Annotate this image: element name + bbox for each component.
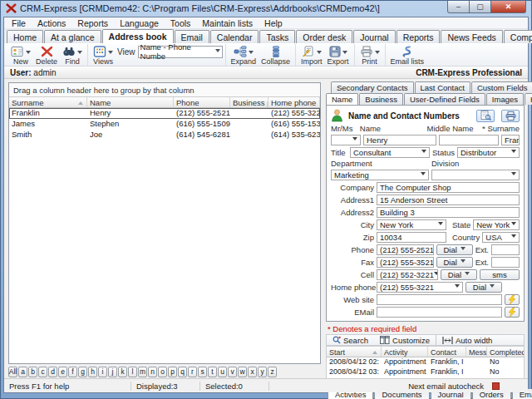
import-button[interactable]: Import xyxy=(298,44,325,66)
alpha-button[interactable]: m xyxy=(138,367,147,377)
phone-ext-field[interactable] xyxy=(491,244,520,255)
email-field[interactable] xyxy=(377,307,502,318)
group-by-hint[interactable]: Drag a column header here to group by th… xyxy=(9,83,320,96)
cell-field[interactable]: (212) 552-3221 xyxy=(377,269,438,280)
detail-tab[interactable]: Secondary Contacts xyxy=(331,81,414,93)
module-tab[interactable]: Calendar xyxy=(210,30,259,43)
country-select[interactable]: USA xyxy=(482,232,520,243)
alpha-button[interactable]: j xyxy=(108,367,117,377)
module-tab[interactable]: Home xyxy=(7,30,43,43)
sms-button[interactable]: sms xyxy=(480,269,520,280)
middle-name-field[interactable] xyxy=(439,135,499,145)
detail-tab[interactable]: Name xyxy=(326,93,358,105)
dial-phone-button[interactable]: Dial xyxy=(436,244,473,255)
alpha-button[interactable]: v xyxy=(228,367,237,377)
delete-button[interactable]: Delete xyxy=(33,44,60,66)
export-button[interactable]: Export xyxy=(325,44,352,66)
name-field[interactable]: Henry xyxy=(363,135,436,145)
send-email-button[interactable] xyxy=(505,307,520,318)
table-row[interactable]: Franklin Henry (212) 555-2521 (212) 555-… xyxy=(9,108,320,119)
zip-field[interactable]: 10034 xyxy=(377,232,446,243)
alpha-button[interactable]: u xyxy=(218,367,227,377)
alpha-button[interactable]: i xyxy=(98,367,107,377)
column-header-business-phone[interactable]: Business phone xyxy=(230,97,268,107)
alpha-button[interactable]: p xyxy=(168,367,177,377)
module-tab[interactable]: At a glance xyxy=(44,30,101,43)
alpha-button[interactable]: All xyxy=(8,367,17,377)
title-select[interactable]: Consultant xyxy=(350,147,430,158)
alpha-button[interactable]: g xyxy=(78,367,87,377)
preview-button[interactable] xyxy=(476,110,495,122)
state-select[interactable]: New York xyxy=(473,219,520,230)
menu-item[interactable]: Tools xyxy=(165,17,197,29)
table-row[interactable]: James Stephen (616) 555-1509 (616) 555-1… xyxy=(9,119,320,130)
column-header-activity[interactable]: Activity xyxy=(382,347,428,357)
list-item[interactable]: 2008/04/12 02: Appointment Franklin, I N… xyxy=(327,357,524,367)
alpha-button[interactable]: y xyxy=(258,367,267,377)
expand-button[interactable]: Expand xyxy=(229,44,259,66)
alpha-button[interactable]: c xyxy=(38,367,47,377)
city-select[interactable]: New York xyxy=(377,219,446,230)
module-tab[interactable]: Tasks xyxy=(259,30,295,43)
alpha-button[interactable]: b xyxy=(28,367,37,377)
address1-field[interactable]: 15 Anderson Street xyxy=(377,195,520,205)
module-tab[interactable]: Reports xyxy=(397,30,441,43)
views-button[interactable]: Views xyxy=(91,44,116,66)
alpha-button[interactable]: a xyxy=(18,367,27,377)
column-header-phone[interactable]: Phone xyxy=(174,97,230,107)
home-phone-field[interactable]: (212) 555-3221 xyxy=(377,282,463,293)
minimize-button[interactable]: – xyxy=(447,1,470,13)
module-tab[interactable]: News Feeds xyxy=(441,30,502,43)
detail-tab[interactable]: Last Contact xyxy=(415,81,470,93)
maximize-button[interactable]: ▢ xyxy=(470,1,491,13)
auto-width-button[interactable]: Auto width xyxy=(436,335,498,345)
list-item[interactable]: 2008/04/12 03: Appointment Franklin, I N… xyxy=(327,367,524,377)
module-tab[interactable]: Company Library xyxy=(504,30,532,43)
menu-item[interactable]: Reports xyxy=(71,17,114,29)
email-lists-button[interactable]: Email lists xyxy=(388,44,427,66)
menu-item[interactable]: Actions xyxy=(32,17,71,29)
phone-field[interactable]: (212) 555-2521 xyxy=(377,244,434,255)
table-row[interactable]: Smith Joe (614) 545-6281 (614) 535-6231 xyxy=(9,130,320,140)
mrms-select[interactable] xyxy=(331,135,361,145)
alpha-button[interactable]: o xyxy=(158,367,167,377)
detail-tab[interactable]: Business xyxy=(359,93,403,105)
close-button[interactable]: ✕ xyxy=(491,1,526,13)
alpha-button[interactable]: h xyxy=(88,367,97,377)
module-tab[interactable]: Email xyxy=(175,30,209,43)
column-header-name[interactable]: Name xyxy=(87,97,174,107)
view-selector[interactable]: Name - Phone Numbe xyxy=(138,46,223,58)
status-select[interactable]: Distributor xyxy=(457,147,520,158)
menu-item[interactable]: Language xyxy=(114,17,165,29)
alpha-button[interactable]: k xyxy=(118,367,127,377)
menu-item[interactable]: File xyxy=(6,17,32,29)
search-button[interactable]: Search xyxy=(327,335,374,345)
find-button[interactable]: Find xyxy=(60,44,85,66)
module-tab[interactable]: Order desk xyxy=(296,30,352,43)
dial-cell-button[interactable]: Dial xyxy=(441,269,477,280)
column-header-message[interactable]: Message xyxy=(466,347,487,357)
alpha-button[interactable]: r xyxy=(188,367,197,377)
module-tab[interactable]: Journal xyxy=(353,30,395,43)
department-select[interactable]: Marketing xyxy=(331,170,429,180)
column-header-surname[interactable]: Surname xyxy=(9,97,87,107)
alpha-button[interactable]: t xyxy=(208,367,217,377)
new-button[interactable]: New xyxy=(8,44,33,66)
column-header-start[interactable]: Start xyxy=(327,347,382,357)
detail-tab[interactable]: Home xyxy=(525,93,532,105)
dial-fax-button[interactable]: Dial xyxy=(436,257,473,268)
fax-ext-field[interactable] xyxy=(491,257,520,268)
print-button[interactable]: Print xyxy=(357,44,382,66)
alpha-button[interactable]: s xyxy=(198,367,207,377)
detail-tab[interactable]: User-Defined Fields xyxy=(404,93,485,105)
alpha-button[interactable]: d xyxy=(48,367,57,377)
company-field[interactable]: The Computer Shop xyxy=(377,182,520,193)
alpha-button[interactable]: x xyxy=(248,367,257,377)
go-website-button[interactable] xyxy=(505,294,520,305)
detail-tab[interactable]: Custom Fields xyxy=(471,81,532,93)
collapse-button[interactable]: Collapse xyxy=(259,44,293,66)
menu-item[interactable]: Maintain lists xyxy=(196,17,259,29)
detail-tab[interactable]: Images xyxy=(486,93,524,105)
address2-field[interactable]: Building 3 xyxy=(377,207,520,218)
fax-field[interactable]: (212) 555-3521 xyxy=(377,257,434,268)
